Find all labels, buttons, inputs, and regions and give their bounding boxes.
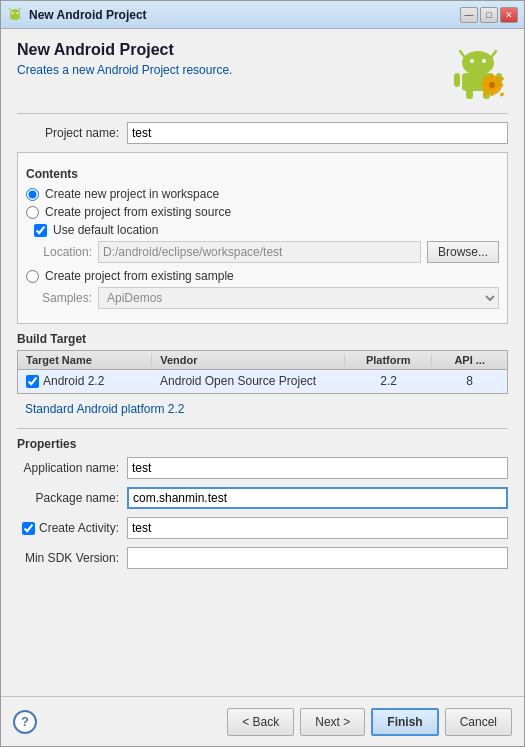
svg-point-20 — [489, 82, 495, 88]
content-area: New Android Project Creates a new Androi… — [1, 29, 524, 696]
target-checkbox[interactable] — [26, 375, 39, 388]
title-bar-left: New Android Project — [7, 7, 147, 23]
header-section: New Android Project Creates a new Androi… — [17, 41, 508, 101]
contents-section: Contents Create new project in workspace… — [17, 152, 508, 324]
project-name-input[interactable] — [127, 122, 508, 144]
location-input — [98, 241, 421, 263]
col-api: API ... — [432, 354, 507, 366]
next-button[interactable]: Next > — [300, 708, 365, 736]
radio-existing-source[interactable] — [26, 206, 39, 219]
use-default-location-label[interactable]: Use default location — [53, 223, 158, 237]
samples-select: ApiDemos — [98, 287, 499, 309]
table-row[interactable]: Android 2.2 Android Open Source Project … — [18, 370, 507, 393]
svg-rect-14 — [454, 73, 460, 87]
radio-existing-sample-row: Create project from existing sample — [26, 269, 499, 283]
samples-label: Samples: — [34, 291, 92, 305]
finish-button[interactable]: Finish — [371, 708, 438, 736]
svg-rect-23 — [481, 84, 485, 87]
package-name-input[interactable] — [127, 487, 508, 509]
cancel-button[interactable]: Cancel — [445, 708, 512, 736]
radio-existing-source-row: Create project from existing source — [26, 205, 499, 219]
properties-label: Properties — [17, 437, 508, 451]
app-name-row: Application name: — [17, 457, 508, 479]
min-sdk-row: Min SDK Version: — [17, 547, 508, 569]
title-buttons: — □ ✕ — [460, 7, 518, 23]
app-name-label: Application name: — [17, 461, 127, 475]
radio-existing-sample[interactable] — [26, 270, 39, 283]
package-name-row: Package name: — [17, 487, 508, 509]
footer: ? < Back Next > Finish Cancel — [1, 696, 524, 746]
radio-existing-source-label[interactable]: Create project from existing source — [45, 205, 231, 219]
properties-divider — [17, 428, 508, 429]
contents-label: Contents — [26, 167, 499, 181]
svg-rect-7 — [19, 16, 21, 19]
create-activity-label: Create Activity: — [39, 521, 119, 535]
cell-target-name: Android 2.2 — [18, 374, 152, 388]
col-vendor: Vendor — [152, 354, 345, 366]
create-activity-label-group: Create Activity: — [17, 521, 127, 535]
back-button[interactable]: < Back — [227, 708, 294, 736]
svg-rect-5 — [12, 17, 18, 20]
radio-new-project-row: Create new project in workspace — [26, 187, 499, 201]
radio-new-project[interactable] — [26, 188, 39, 201]
svg-line-4 — [19, 8, 21, 10]
minimize-button[interactable]: — — [460, 7, 478, 23]
samples-row: Samples: ApiDemos — [26, 287, 499, 309]
create-activity-row: Create Activity: — [17, 517, 508, 539]
app-name-input[interactable] — [127, 457, 508, 479]
table-header: Target Name Vendor Platform API ... — [18, 351, 507, 370]
create-activity-input[interactable] — [127, 517, 508, 539]
help-button[interactable]: ? — [13, 710, 37, 734]
page-subtitle: Creates a new Android Project resource. — [17, 63, 232, 77]
footer-right: < Back Next > Finish Cancel — [227, 708, 512, 736]
package-name-label: Package name: — [17, 491, 127, 505]
build-target-label: Build Target — [17, 332, 508, 346]
properties-section: Properties Application name: Package nam… — [17, 437, 508, 569]
footer-left: ? — [13, 710, 37, 734]
use-default-location-checkbox[interactable] — [34, 224, 47, 237]
android-logo-icon — [448, 41, 508, 101]
svg-rect-28 — [500, 92, 505, 97]
close-button[interactable]: ✕ — [500, 7, 518, 23]
svg-point-11 — [470, 59, 474, 63]
header-text: New Android Project Creates a new Androi… — [17, 41, 232, 77]
window-title: New Android Project — [29, 8, 147, 22]
project-name-row: Project name: — [17, 122, 508, 144]
svg-rect-24 — [499, 84, 503, 87]
min-sdk-input[interactable] — [127, 547, 508, 569]
create-activity-checkbox[interactable] — [22, 522, 35, 535]
use-default-location-row: Use default location — [26, 223, 499, 237]
build-target-table: Target Name Vendor Platform API ... Andr… — [17, 350, 508, 394]
radio-existing-sample-label[interactable]: Create project from existing sample — [45, 269, 234, 283]
window-icon — [7, 7, 23, 23]
location-row: Location: Browse... — [26, 241, 499, 263]
main-window: New Android Project — □ ✕ New Android Pr… — [0, 0, 525, 747]
svg-rect-21 — [491, 74, 494, 78]
cell-vendor: Android Open Source Project — [152, 374, 345, 388]
location-label: Location: — [34, 245, 92, 259]
svg-point-2 — [17, 12, 19, 14]
svg-rect-6 — [10, 16, 12, 19]
project-name-label: Project name: — [17, 126, 127, 140]
svg-point-12 — [482, 59, 486, 63]
svg-rect-22 — [491, 92, 494, 96]
page-title: New Android Project — [17, 41, 232, 59]
min-sdk-label: Min SDK Version: — [17, 551, 127, 565]
svg-point-10 — [462, 51, 494, 75]
svg-rect-16 — [466, 89, 473, 99]
title-bar: New Android Project — □ ✕ — [1, 1, 524, 29]
build-target-note: Standard Android platform 2.2 — [17, 398, 508, 420]
cell-api: 8 — [432, 374, 507, 388]
svg-point-1 — [12, 12, 14, 14]
build-target-section: Build Target Target Name Vendor Platform… — [17, 332, 508, 420]
col-target-name: Target Name — [18, 354, 152, 366]
browse-button[interactable]: Browse... — [427, 241, 499, 263]
col-platform: Platform — [345, 354, 432, 366]
radio-new-project-label[interactable]: Create new project in workspace — [45, 187, 219, 201]
svg-line-3 — [10, 8, 12, 10]
maximize-button[interactable]: □ — [480, 7, 498, 23]
header-divider — [17, 113, 508, 114]
cell-platform: 2.2 — [345, 374, 432, 388]
